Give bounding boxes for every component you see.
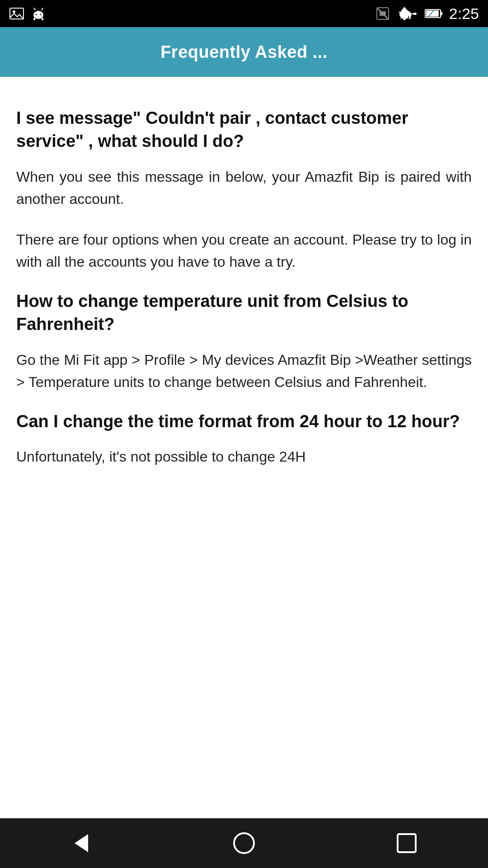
image-icon bbox=[9, 6, 24, 21]
faq-answer-1a: When you see this message in below, your… bbox=[16, 166, 472, 211]
faq-answer-3a: Unfortunately, it's not possible to chan… bbox=[16, 446, 472, 468]
faq-question-3: Can I change the time format from 24 hou… bbox=[16, 410, 472, 433]
svg-rect-11 bbox=[380, 11, 386, 16]
faq-question-1: I see message" Couldn't pair , contact c… bbox=[16, 107, 472, 153]
svg-point-2 bbox=[33, 11, 43, 19]
faq-answer-2a: Go the Mi Fit app > Profile > My devices… bbox=[16, 349, 472, 394]
battery-icon bbox=[425, 6, 443, 21]
faq-item-2: How to change temperature unit from Cels… bbox=[16, 290, 472, 394]
svg-point-4 bbox=[40, 14, 42, 15]
home-button[interactable] bbox=[221, 827, 267, 859]
svg-rect-8 bbox=[42, 18, 43, 20]
svg-line-6 bbox=[42, 8, 43, 10]
status-bar: 2:25 bbox=[0, 0, 488, 27]
svg-point-3 bbox=[36, 14, 37, 15]
svg-point-17 bbox=[234, 833, 254, 853]
recents-button[interactable] bbox=[384, 827, 429, 859]
svg-marker-16 bbox=[75, 834, 88, 852]
status-bar-right: 2:25 bbox=[375, 5, 479, 23]
faq-item-3: Can I change the time format from 24 hou… bbox=[16, 410, 472, 468]
svg-rect-7 bbox=[33, 18, 35, 20]
status-time: 2:25 bbox=[449, 5, 479, 23]
faq-item-1: I see message" Couldn't pair , contact c… bbox=[16, 107, 472, 274]
svg-line-5 bbox=[34, 8, 35, 10]
content-area: I see message" Couldn't pair , contact c… bbox=[0, 77, 488, 818]
svg-rect-18 bbox=[398, 834, 416, 852]
status-bar-left bbox=[9, 6, 46, 21]
app-bar-title: Frequently Asked ... bbox=[160, 42, 328, 62]
back-button[interactable] bbox=[59, 827, 104, 859]
android-icon bbox=[31, 6, 46, 21]
app-bar: Frequently Asked ... bbox=[0, 27, 488, 77]
svg-rect-13 bbox=[441, 12, 442, 15]
faq-answer-1b: There are four options when you create a… bbox=[16, 229, 472, 274]
sim-icon bbox=[375, 6, 390, 21]
svg-point-1 bbox=[13, 10, 15, 13]
faq-question-2: How to change temperature unit from Cels… bbox=[16, 290, 472, 336]
airplane-mode-icon bbox=[403, 6, 418, 21]
nav-bar bbox=[0, 818, 488, 868]
